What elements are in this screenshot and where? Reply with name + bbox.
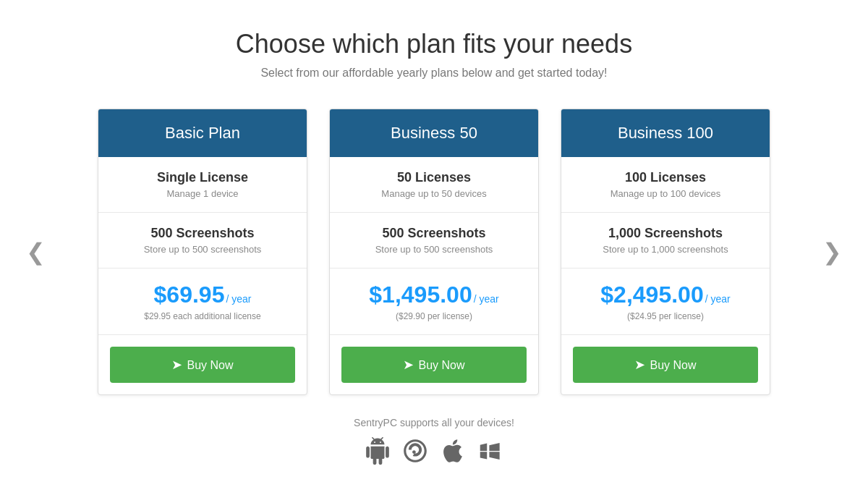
license-section-business50: 50 Licenses Manage up to 50 devices xyxy=(330,157,538,213)
plan-card-business100: Business 100 100 Licenses Manage up to 1… xyxy=(561,109,770,395)
footer-text: SentryPC supports all your devices! xyxy=(354,417,514,428)
buy-icon-basic: ➤ xyxy=(171,358,182,372)
screenshots-title-basic: 500 Screenshots xyxy=(110,226,295,241)
license-section-basic: Single License Manage 1 device xyxy=(98,157,307,213)
plan-header-business100: Business 100 xyxy=(561,109,770,157)
buy-button-basic[interactable]: ➤Buy Now xyxy=(110,347,295,383)
windows-icon xyxy=(477,437,504,465)
plans-container: Basic Plan Single License Manage 1 devic… xyxy=(57,109,811,395)
price-section-business50: $1,495.00 / year ($29.90 per license) xyxy=(330,269,538,335)
license-section-business100: 100 Licenses Manage up to 100 devices xyxy=(561,157,770,213)
price-period-business100: / year xyxy=(705,293,731,305)
buy-button-business50[interactable]: ➤Buy Now xyxy=(341,347,527,383)
buy-icon-business50: ➤ xyxy=(403,358,414,372)
screenshots-section-business50: 500 Screenshots Store up to 500 screensh… xyxy=(330,213,538,269)
license-title-basic: Single License xyxy=(110,170,295,185)
plan-header-business50: Business 50 xyxy=(330,109,538,157)
price-note-business100: ($24.95 per license) xyxy=(573,311,758,321)
price-section-basic: $69.95 / year $29.95 each additional lic… xyxy=(98,269,307,335)
chrome-icon xyxy=(401,437,429,465)
plan-card-basic: Basic Plan Single License Manage 1 devic… xyxy=(98,109,307,395)
license-title-business50: 50 Licenses xyxy=(341,170,527,185)
plan-header-basic: Basic Plan xyxy=(98,109,307,157)
prev-arrow[interactable]: ❮ xyxy=(14,231,57,273)
price-section-business100: $2,495.00 / year ($24.95 per license) xyxy=(561,269,770,335)
price-amount-business50: $1,495.00 xyxy=(369,282,472,308)
next-arrow[interactable]: ❯ xyxy=(811,231,854,273)
license-title-business100: 100 Licenses xyxy=(573,170,758,185)
buy-button-business100[interactable]: ➤Buy Now xyxy=(573,347,758,383)
license-subtitle-business50: Manage up to 50 devices xyxy=(341,188,527,199)
license-subtitle-business100: Manage up to 100 devices xyxy=(573,188,758,199)
price-amount-basic: $69.95 xyxy=(154,282,225,308)
buy-icon-business100: ➤ xyxy=(634,358,645,372)
screenshots-subtitle-basic: Store up to 500 screenshots xyxy=(110,244,295,255)
device-icons xyxy=(354,437,514,465)
price-amount-business100: $2,495.00 xyxy=(600,282,703,308)
price-period-business50: / year xyxy=(474,293,499,305)
license-subtitle-basic: Manage 1 device xyxy=(110,188,295,199)
screenshots-title-business50: 500 Screenshots xyxy=(341,226,527,241)
screenshots-subtitle-business100: Store up to 1,000 screenshots xyxy=(573,244,758,255)
screenshots-section-business100: 1,000 Screenshots Store up to 1,000 scre… xyxy=(561,213,770,269)
page-header: Choose which plan fits your needs Select… xyxy=(236,29,632,80)
price-note-basic: $29.95 each additional license xyxy=(110,311,295,321)
plans-wrapper: ❮ Basic Plan Single License Manage 1 dev… xyxy=(14,109,854,395)
price-note-business50: ($29.90 per license) xyxy=(341,311,527,321)
page-title: Choose which plan fits your needs xyxy=(236,29,632,59)
footer-section: SentryPC supports all your devices! xyxy=(354,417,514,465)
page-subtitle: Select from our affordable yearly plans … xyxy=(236,67,632,80)
apple-icon xyxy=(439,437,467,465)
screenshots-subtitle-business50: Store up to 500 screenshots xyxy=(341,244,527,255)
android-icon xyxy=(364,437,391,465)
screenshots-title-business100: 1,000 Screenshots xyxy=(573,226,758,241)
plan-card-business50: Business 50 50 Licenses Manage up to 50 … xyxy=(329,109,539,395)
price-period-basic: / year xyxy=(226,293,251,305)
screenshots-section-basic: 500 Screenshots Store up to 500 screensh… xyxy=(98,213,307,269)
